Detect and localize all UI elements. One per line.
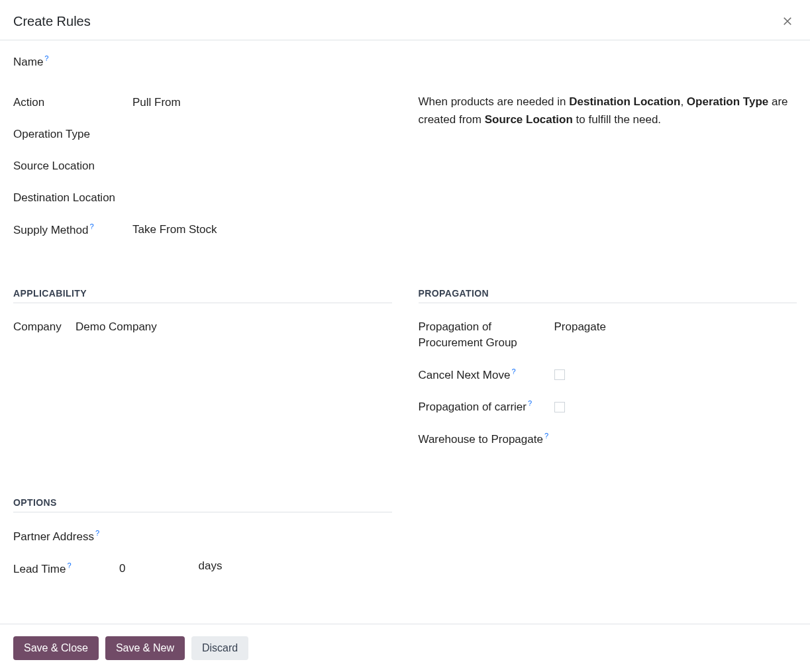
discard-button[interactable]: Discard [191, 636, 248, 660]
cancel-next-move-checkbox[interactable] [554, 369, 565, 380]
company-value[interactable]: Demo Company [76, 318, 157, 335]
procurement-group-value[interactable]: Propagate [554, 318, 606, 335]
warehouse-propagate-label: Warehouse to Propagate? [419, 430, 554, 447]
supply-method-label-text: Supply Method [13, 223, 88, 236]
lead-time-label-text: Lead Time [13, 562, 66, 575]
options-column: OPTIONS Partner Address? Lead Time? 0 da… [13, 481, 392, 591]
options-columns: OPTIONS Partner Address? Lead Time? 0 da… [13, 481, 797, 591]
help-icon[interactable]: ? [95, 529, 99, 537]
propagation-carrier-field: Propagation of carrier? [419, 397, 797, 414]
source-location-field: Source Location [13, 157, 392, 174]
propagation-column: PROPAGATION Propagation of Procurement G… [419, 272, 797, 461]
explain-operation-type: Operation Type [687, 95, 768, 108]
explain-text-1: When products are needed in [419, 95, 570, 108]
explain-text-4: to fulfill the need. [573, 113, 661, 126]
applicability-section-title: APPLICABILITY [13, 288, 392, 303]
procurement-group-field: Propagation of Procurement Group Propaga… [419, 318, 797, 351]
operation-type-field: Operation Type [13, 125, 392, 142]
modal-body: Name? Action Pull From Operation Type So… [0, 40, 810, 624]
procurement-group-label: Propagation of Procurement Group [419, 318, 554, 351]
explain-text-2: , [680, 95, 686, 108]
lead-time-label: Lead Time? [13, 559, 119, 577]
upper-columns: Action Pull From Operation Type Source L… [13, 93, 797, 252]
help-icon[interactable]: ? [89, 222, 93, 230]
cancel-next-move-label: Cancel Next Move? [419, 365, 554, 383]
name-label: Name? [13, 54, 48, 68]
supply-method-label: Supply Method? [13, 220, 132, 238]
propagation-carrier-value [554, 397, 565, 414]
modal-header: Create Rules [0, 0, 810, 40]
left-column: Action Pull From Operation Type Source L… [13, 93, 392, 252]
mid-columns: APPLICABILITY Company Demo Company PROPA… [13, 272, 797, 461]
destination-location-label: Destination Location [13, 189, 132, 206]
source-location-label: Source Location [13, 157, 132, 174]
partner-address-label: Partner Address? [13, 527, 119, 544]
propagation-carrier-label: Propagation of carrier? [419, 397, 554, 414]
cancel-next-move-value [554, 365, 565, 383]
rule-explanation: When products are needed in Destination … [419, 93, 797, 128]
lead-time-value[interactable]: 0 [119, 559, 125, 577]
warehouse-propagate-field: Warehouse to Propagate? [419, 430, 797, 447]
action-value[interactable]: Pull From [132, 93, 181, 111]
options-section-title: OPTIONS [13, 497, 392, 512]
action-label: Action [13, 93, 132, 111]
lead-time-unit: days [198, 559, 222, 573]
help-icon[interactable]: ? [511, 367, 515, 375]
name-field-row: Name? [13, 54, 797, 70]
partner-address-label-text: Partner Address [13, 530, 94, 543]
close-icon [782, 15, 793, 27]
action-field: Action Pull From [13, 93, 392, 111]
partner-address-field: Partner Address? [13, 527, 392, 544]
propagation-section-title: PROPAGATION [419, 288, 797, 303]
help-icon[interactable]: ? [67, 561, 71, 569]
save-new-button[interactable]: Save & New [105, 636, 185, 660]
help-icon[interactable]: ? [44, 54, 48, 62]
options-right-spacer [419, 481, 797, 591]
company-field: Company Demo Company [13, 318, 392, 335]
applicability-column: APPLICABILITY Company Demo Company [13, 272, 392, 461]
right-column: When products are needed in Destination … [419, 93, 797, 252]
explain-destination-location: Destination Location [569, 95, 680, 108]
create-rules-modal: Create Rules Name? Action Pull From Oper… [0, 0, 810, 672]
cancel-next-move-field: Cancel Next Move? [419, 365, 797, 383]
help-icon[interactable]: ? [544, 432, 548, 440]
company-label: Company [13, 318, 76, 335]
supply-method-field: Supply Method? Take From Stock [13, 220, 392, 238]
cancel-next-move-label-text: Cancel Next Move [419, 368, 511, 381]
modal-title: Create Rules [13, 14, 91, 29]
operation-type-label: Operation Type [13, 125, 132, 142]
propagation-carrier-checkbox[interactable] [554, 402, 565, 412]
propagation-carrier-label-text: Propagation of carrier [419, 401, 527, 413]
modal-footer: Save & Close Save & New Discard [0, 624, 810, 672]
save-close-button[interactable]: Save & Close [13, 636, 99, 660]
lead-time-field: Lead Time? 0 days [13, 559, 392, 577]
destination-location-field: Destination Location [13, 189, 392, 206]
help-icon[interactable]: ? [528, 399, 532, 407]
explain-source-location: Source Location [485, 113, 573, 126]
close-button[interactable] [778, 12, 797, 30]
supply-method-value[interactable]: Take From Stock [132, 220, 217, 238]
warehouse-propagate-label-text: Warehouse to Propagate [419, 432, 543, 445]
name-label-text: Name [13, 56, 43, 68]
